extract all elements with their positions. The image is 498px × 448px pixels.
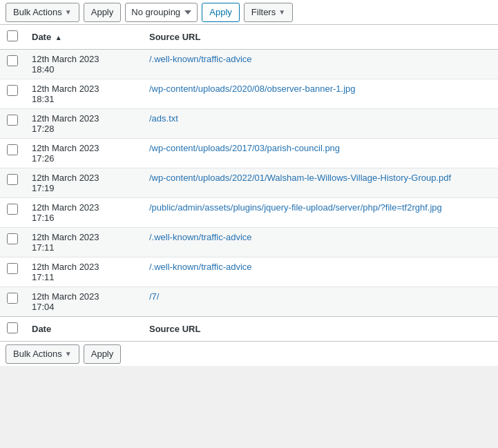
- row-source-url-cell: /public/admin/assets/plugins/jquery-file…: [142, 198, 498, 228]
- row-checkbox[interactable]: [7, 263, 18, 274]
- select-all-header: [0, 25, 25, 50]
- sort-arrow-icon: ▲: [55, 34, 62, 41]
- row-date-cell: 12th March 202317:11: [25, 228, 142, 257]
- row-date: 12th March 2023: [32, 54, 135, 64]
- table-row: 12th March 202317:16/public/admin/assets…: [0, 198, 498, 228]
- row-checkbox-cell: [0, 109, 25, 139]
- row-checkbox[interactable]: [7, 204, 18, 215]
- row-checkbox-cell: [0, 168, 25, 198]
- row-checkbox-cell: [0, 257, 25, 287]
- filters-button[interactable]: Filters ▼: [244, 3, 293, 22]
- table-header-row: Date ▲ Source URL: [0, 25, 498, 50]
- row-time: 17:16: [32, 213, 135, 223]
- filters-label: Filters: [251, 7, 276, 17]
- footer-date-label: Date: [25, 317, 142, 342]
- row-source-url-cell: /7/: [142, 287, 498, 317]
- top-toolbar: Bulk Actions ▼ Apply No grouping By date…: [0, 0, 498, 25]
- row-date: 12th March 2023: [32, 232, 135, 242]
- table-row: 12th March 202317:26/wp-content/uploads/…: [0, 139, 498, 168]
- bottom-toolbar: Bulk Actions ▼ Apply: [0, 341, 498, 366]
- row-checkbox[interactable]: [7, 233, 18, 244]
- row-source-url-cell: /wp-content/uploads/2022/01/Walsham-le-W…: [142, 168, 498, 198]
- main-container: Bulk Actions ▼ Apply No grouping By date…: [0, 0, 498, 366]
- row-time: 18:31: [32, 94, 135, 104]
- row-date-cell: 12th March 202317:11: [25, 257, 142, 287]
- row-source-url-link[interactable]: /ads.txt: [149, 113, 178, 124]
- table-footer-row: Date Source URL: [0, 317, 498, 342]
- row-date-cell: 12th March 202317:28: [25, 109, 142, 139]
- row-date-cell: 12th March 202318:40: [25, 50, 142, 79]
- row-checkbox[interactable]: [7, 55, 18, 66]
- table-row: 12th March 202317:04/7/: [0, 287, 498, 317]
- row-checkbox-cell: [0, 287, 25, 317]
- apply-button-left[interactable]: Apply: [84, 3, 122, 22]
- footer-source-url-label: Source URL: [142, 317, 498, 342]
- row-date: 12th March 2023: [32, 143, 135, 153]
- row-source-url-link[interactable]: /.well-known/traffic-advice: [149, 54, 252, 64]
- row-source-url-link[interactable]: /.well-known/traffic-advice: [149, 262, 252, 272]
- row-time: 17:04: [32, 302, 135, 312]
- footer-select-all-checkbox[interactable]: [7, 322, 18, 333]
- table-row: 12th March 202317:11/.well-known/traffic…: [0, 257, 498, 287]
- source-url-column-header: Source URL: [142, 25, 498, 50]
- row-source-url-link[interactable]: /.well-known/traffic-advice: [149, 232, 252, 242]
- bottom-bulk-actions-chevron-icon: ▼: [65, 350, 72, 358]
- row-checkbox-cell: [0, 139, 25, 168]
- table-body: 12th March 202318:40/.well-known/traffic…: [0, 50, 498, 317]
- row-time: 17:11: [32, 242, 135, 253]
- row-date-cell: 12th March 202317:19: [25, 168, 142, 198]
- filters-chevron-icon: ▼: [278, 8, 285, 16]
- row-source-url-cell: /wp-content/uploads/2020/08/observer-ban…: [142, 79, 498, 109]
- row-checkbox[interactable]: [7, 174, 18, 185]
- row-source-url-cell: /ads.txt: [142, 109, 498, 139]
- row-date: 12th March 2023: [32, 202, 135, 213]
- row-date-cell: 12th March 202317:04: [25, 287, 142, 317]
- data-table: Date ▲ Source URL 12th March 202318:40/.…: [0, 25, 498, 341]
- bottom-bulk-actions-button[interactable]: Bulk Actions ▼: [6, 344, 79, 364]
- table-row: 12th March 202317:19/wp-content/uploads/…: [0, 168, 498, 198]
- bulk-actions-chevron-icon: ▼: [65, 8, 72, 16]
- table-row: 12th March 202318:40/.well-known/traffic…: [0, 50, 498, 79]
- row-time: 17:28: [32, 124, 135, 134]
- row-checkbox[interactable]: [7, 144, 18, 155]
- bottom-apply-button[interactable]: Apply: [84, 344, 122, 364]
- row-checkbox[interactable]: [7, 115, 18, 126]
- bottom-bulk-actions-label: Bulk Actions: [13, 349, 62, 359]
- row-date: 12th March 2023: [32, 84, 135, 94]
- row-checkbox-cell: [0, 79, 25, 109]
- bulk-actions-button[interactable]: Bulk Actions ▼: [6, 3, 79, 22]
- row-checkbox-cell: [0, 50, 25, 79]
- row-checkbox[interactable]: [7, 293, 18, 304]
- row-source-url-link[interactable]: /7/: [149, 291, 159, 302]
- bulk-actions-label: Bulk Actions: [13, 7, 62, 17]
- row-date-cell: 12th March 202318:31: [25, 79, 142, 109]
- row-time: 17:11: [32, 272, 135, 282]
- row-date-cell: 12th March 202317:16: [25, 198, 142, 228]
- row-source-url-link[interactable]: /wp-content/uploads/2022/01/Walsham-le-W…: [149, 173, 451, 183]
- row-source-url-cell: /.well-known/traffic-advice: [142, 228, 498, 257]
- row-source-url-link[interactable]: /wp-content/uploads/2017/03/parish-counc…: [149, 143, 340, 153]
- row-date: 12th March 2023: [32, 262, 135, 272]
- grouping-select[interactable]: No grouping By date By URL: [125, 3, 198, 22]
- source-url-column-label: Source URL: [149, 32, 200, 42]
- apply-button-primary[interactable]: Apply: [202, 3, 240, 22]
- row-source-url-link[interactable]: /public/admin/assets/plugins/jquery-file…: [149, 202, 442, 213]
- row-checkbox[interactable]: [7, 85, 18, 96]
- table-row: 12th March 202317:28/ads.txt: [0, 109, 498, 139]
- row-date-cell: 12th March 202317:26: [25, 139, 142, 168]
- row-date: 12th March 2023: [32, 113, 135, 124]
- row-date: 12th March 2023: [32, 291, 135, 302]
- select-all-checkbox[interactable]: [7, 30, 18, 41]
- date-column-header[interactable]: Date ▲: [25, 25, 142, 50]
- row-checkbox-cell: [0, 198, 25, 228]
- row-time: 18:40: [32, 64, 135, 75]
- row-source-url-cell: /.well-known/traffic-advice: [142, 257, 498, 287]
- row-source-url-cell: /wp-content/uploads/2017/03/parish-counc…: [142, 139, 498, 168]
- table-row: 12th March 202317:11/.well-known/traffic…: [0, 228, 498, 257]
- row-time: 17:19: [32, 183, 135, 193]
- row-source-url-link[interactable]: /wp-content/uploads/2020/08/observer-ban…: [149, 84, 355, 94]
- row-date: 12th March 2023: [32, 173, 135, 183]
- date-column-label: Date: [32, 32, 51, 42]
- row-source-url-cell: /.well-known/traffic-advice: [142, 50, 498, 79]
- row-checkbox-cell: [0, 228, 25, 257]
